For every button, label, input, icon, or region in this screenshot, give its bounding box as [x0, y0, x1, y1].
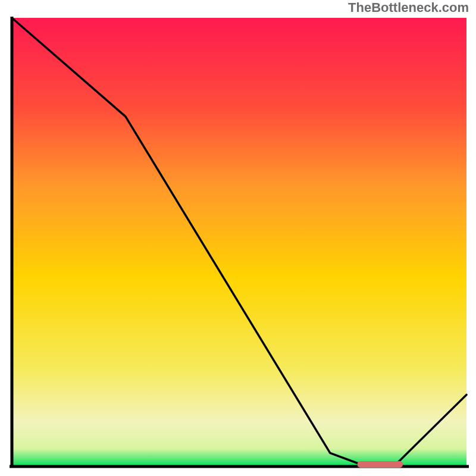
plot-area — [7, 17, 469, 471]
gradient-background — [12, 18, 466, 466]
chart-svg — [7, 17, 469, 471]
chart-container: TheBottleneck.com — [0, 0, 476, 476]
attribution-text: TheBottleneck.com — [348, 0, 469, 15]
minimum-marker — [358, 461, 403, 468]
